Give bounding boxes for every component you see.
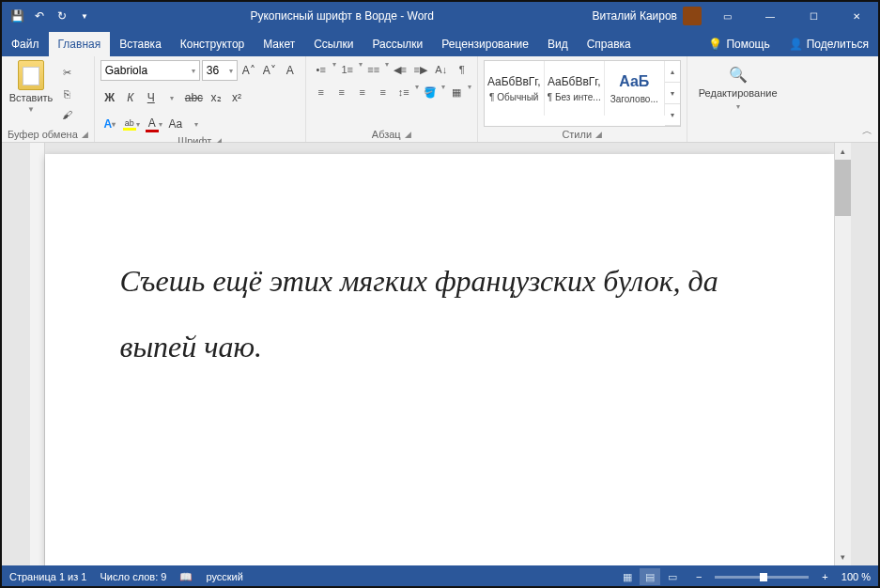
styles-up-button[interactable]: ▴ [665,61,680,83]
group-label: Буфер обмена [8,129,78,140]
close-button[interactable]: ✕ [835,2,878,30]
qat-dropdown-icon[interactable]: ▼ [77,8,92,23]
dialog-launcher-icon[interactable]: ◢ [82,130,88,139]
decrease-indent-button[interactable]: ◀≡ [391,60,409,79]
dialog-launcher-icon[interactable]: ◢ [595,130,602,139]
share-button[interactable]: 👤Поделиться [780,32,878,56]
styles-more-button[interactable]: ▾ [665,104,680,126]
web-layout-button[interactable]: ▭ [662,568,683,585]
align-center-button[interactable]: ≡ [332,83,351,101]
document-text[interactable]: Съешь ещё этих мягких французских булок,… [120,248,759,380]
subscript-button[interactable]: x₂ [207,88,225,107]
user-area[interactable]: Виталий Каиров [592,7,705,25]
scroll-track[interactable] [835,160,851,549]
zoom-out-button[interactable]: − [696,571,702,582]
line-spacing-button[interactable]: ↕≡ [394,83,413,101]
tab-layout[interactable]: Макет [254,32,304,56]
lightbulb-icon: 💡 [708,38,722,51]
print-layout-button[interactable]: ▤ [640,568,660,585]
font-name-combo[interactable]: Gabriola▾ [100,60,200,81]
save-icon[interactable]: 💾 [9,8,24,23]
group-clipboard: Вставить ▼ ✂ ⎘ 🖌 Буфер обмена◢ [2,56,95,142]
avatar[interactable] [683,7,702,25]
style-heading1[interactable]: АаБ Заголово... [605,61,665,116]
vertical-scrollbar[interactable]: ▴ ▾ [834,143,851,565]
increase-indent-button[interactable]: ≡▶ [411,60,430,79]
document-area: Съешь ещё этих мягких французских булок,… [2,143,878,565]
redo-icon[interactable]: ↻ [54,8,69,23]
editing-button[interactable]: 🔍 Редактирование ▾ [693,60,783,138]
borders-button[interactable]: ▦ [447,83,466,101]
strike-button[interactable]: abc [183,88,205,107]
tab-insert[interactable]: Вставка [110,32,171,56]
tab-mailings[interactable]: Рассылки [363,32,432,56]
title-bar: 💾 ↶ ↻ ▼ Рукописный шрифт в Ворде - Word … [2,2,878,30]
tab-file[interactable]: Файл [2,32,49,56]
read-mode-button[interactable]: ▦ [617,568,638,585]
maximize-button[interactable]: ☐ [792,2,835,30]
font-color-button[interactable]: A▾ [144,115,164,133]
scroll-up-button[interactable]: ▴ [835,143,851,160]
tab-help[interactable]: Справка [578,32,641,56]
zoom-thumb[interactable] [760,573,767,581]
show-marks-button[interactable]: ¶ [453,60,471,79]
chevron-down-icon: ▼ [27,105,35,114]
tab-view[interactable]: Вид [538,32,578,56]
format-painter-icon[interactable]: 🖌 [58,106,75,123]
align-right-button[interactable]: ≡ [353,83,372,101]
tell-me-button[interactable]: 💡Помощь [699,32,779,56]
style-no-spacing[interactable]: АаБбВвГг, ¶ Без инте... [545,61,605,116]
ribbon-tabs: Файл Главная Вставка Конструктор Макет С… [2,30,878,56]
spell-check-icon[interactable]: 📖 [179,571,193,583]
window-controls: ▭ — ☐ ✕ [705,2,878,30]
page[interactable]: Съешь ещё этих мягких французских булок,… [45,154,834,565]
styles-down-button[interactable]: ▾ [665,83,680,104]
justify-button[interactable]: ≡ [374,83,393,101]
undo-icon[interactable]: ↶ [32,8,47,23]
case-dropdown[interactable]: ▾ [187,115,206,133]
align-left-button[interactable]: ≡ [312,83,331,101]
scroll-thumb[interactable] [835,160,851,216]
window-title: Рукописный шрифт в Ворде - Word [92,9,592,23]
ribbon-display-icon[interactable]: ▭ [705,2,749,30]
font-size-combo[interactable]: 36▾ [202,60,238,81]
bold-button[interactable]: Ж [100,88,119,107]
scroll-down-button[interactable]: ▾ [835,549,851,565]
tab-design[interactable]: Конструктор [171,32,254,56]
italic-button[interactable]: К [121,88,140,107]
user-name: Виталий Каиров [592,9,677,23]
tab-home[interactable]: Главная [49,32,111,56]
paste-button[interactable]: Вставить ▼ [8,60,54,127]
tab-review[interactable]: Рецензирование [432,32,538,56]
minimize-button[interactable]: — [749,2,792,30]
shading-button[interactable]: 🪣 [421,83,440,101]
copy-icon[interactable]: ⎘ [58,85,75,102]
underline-button[interactable]: Ч [142,88,161,107]
zoom-level[interactable]: 100 % [841,571,871,582]
word-count[interactable]: Число слов: 9 [100,571,166,582]
highlight-button[interactable]: ab▾ [121,115,142,133]
zoom-in-button[interactable]: + [822,571,827,582]
style-normal[interactable]: АаБбВвГг, ¶ Обычный [485,61,545,116]
ribbon: Вставить ▼ ✂ ⎘ 🖌 Буфер обмена◢ Gabriola▾… [2,56,878,143]
language-indicator[interactable]: русский [206,571,242,582]
bullets-button[interactable]: •≡ [312,60,331,79]
grow-font-button[interactable]: A˄ [239,61,258,80]
page-indicator[interactable]: Страница 1 из 1 [9,571,86,582]
share-icon: 👤 [789,38,803,51]
clear-format-button[interactable]: A [281,61,300,80]
collapse-ribbon-button[interactable]: ︿ [862,124,872,138]
superscript-button[interactable]: x² [227,88,246,107]
numbering-button[interactable]: 1≡ [338,60,357,79]
change-case-button[interactable]: Aa [166,115,185,133]
dialog-launcher-icon[interactable]: ◢ [405,130,411,139]
text-effects-button[interactable]: A▾ [100,115,119,133]
vertical-ruler[interactable] [30,143,45,565]
underline-dropdown[interactable]: ▾ [162,88,181,107]
multilevel-button[interactable]: ≡≡ [364,60,383,79]
tab-references[interactable]: Ссылки [304,32,363,56]
sort-button[interactable]: A↓ [432,60,451,79]
cut-icon[interactable]: ✂ [58,65,75,82]
shrink-font-button[interactable]: A˅ [260,61,279,80]
zoom-slider[interactable] [715,576,809,579]
